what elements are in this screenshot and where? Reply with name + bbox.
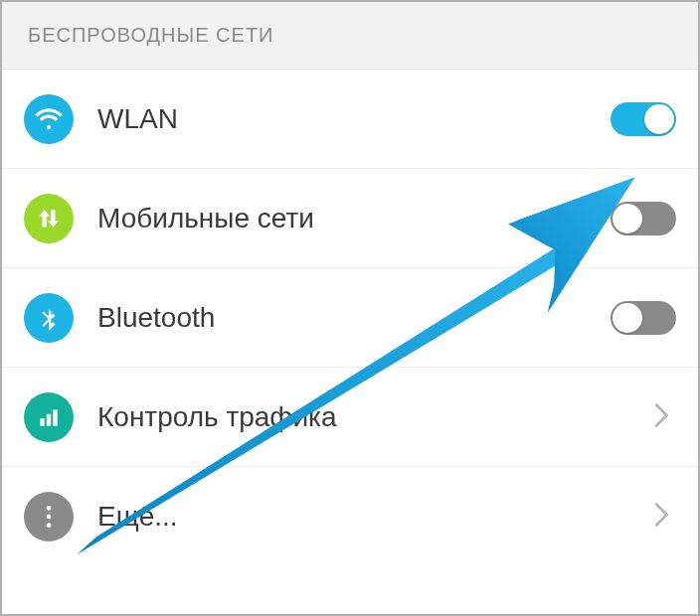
mobile-data-icon bbox=[24, 194, 74, 243]
svg-rect-1 bbox=[47, 413, 51, 425]
row-more[interactable]: Ещё... bbox=[2, 467, 698, 566]
section-title: БЕСПРОВОДНЫЕ СЕТИ bbox=[28, 24, 274, 46]
svg-point-4 bbox=[47, 515, 52, 520]
wlan-toggle[interactable] bbox=[611, 102, 676, 136]
row-label: Контроль трафика bbox=[97, 401, 652, 433]
bluetooth-icon bbox=[24, 293, 74, 343]
chevron-right-icon bbox=[652, 501, 676, 533]
svg-rect-0 bbox=[40, 418, 44, 426]
svg-point-3 bbox=[47, 506, 52, 511]
toggle-knob bbox=[612, 303, 642, 333]
row-bluetooth[interactable]: Bluetooth bbox=[2, 268, 698, 368]
svg-point-5 bbox=[47, 523, 52, 528]
svg-rect-2 bbox=[53, 409, 57, 425]
more-dots-icon bbox=[24, 492, 74, 541]
chevron-right-icon bbox=[652, 401, 676, 433]
toggle-knob bbox=[612, 204, 642, 233]
row-wlan[interactable]: WLAN bbox=[2, 70, 698, 169]
settings-panel: БЕСПРОВОДНЫЕ СЕТИ WLAN Мобильные сети bbox=[0, 0, 700, 616]
row-mobile-networks[interactable]: Мобильные сети bbox=[2, 169, 698, 268]
row-label: Мобильные сети bbox=[97, 203, 611, 234]
row-label: Bluetooth bbox=[97, 302, 611, 334]
section-header-wireless: БЕСПРОВОДНЫЕ СЕТИ bbox=[2, 2, 698, 70]
row-traffic-control[interactable]: Контроль трафика bbox=[2, 368, 698, 467]
row-label: WLAN bbox=[97, 103, 611, 135]
bluetooth-toggle[interactable] bbox=[611, 301, 676, 335]
traffic-chart-icon bbox=[24, 392, 74, 442]
wifi-icon bbox=[24, 94, 74, 144]
toggle-knob bbox=[644, 104, 674, 134]
mobile-data-toggle[interactable] bbox=[611, 202, 676, 235]
row-label: Ещё... bbox=[97, 501, 652, 533]
